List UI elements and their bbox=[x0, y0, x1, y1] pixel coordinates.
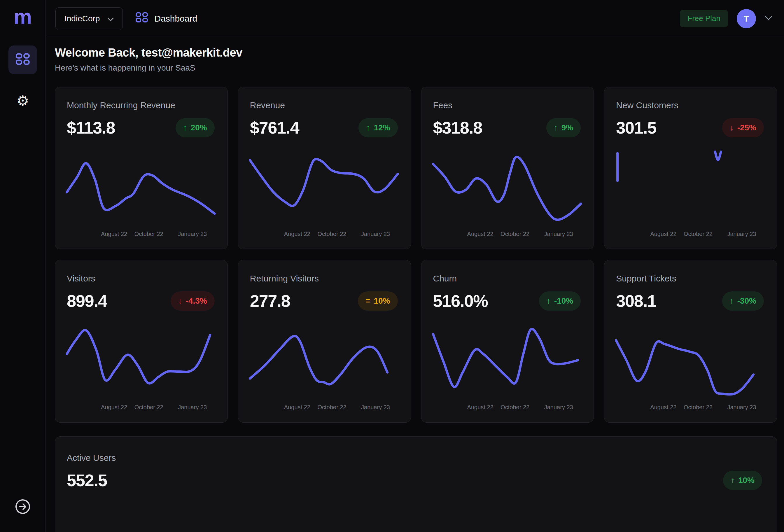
page-title: Dashboard bbox=[154, 14, 197, 24]
main-content: Welcome Back, test@makerkit.dev Here's w… bbox=[46, 37, 784, 532]
plan-badge[interactable]: Free Plan bbox=[680, 10, 728, 27]
trend-badge: = 10% bbox=[358, 291, 397, 311]
trend-arrow-icon: ↑ bbox=[183, 123, 187, 133]
card-title: Revenue bbox=[250, 100, 398, 110]
trend-value: -30% bbox=[737, 296, 756, 306]
trend-arrow-icon: ↑ bbox=[547, 296, 551, 306]
gear-icon: ⚙ bbox=[16, 92, 29, 109]
dashboard-grid-icon bbox=[135, 11, 148, 26]
app-logo: m bbox=[14, 6, 32, 27]
trend-flat-icon: = bbox=[365, 296, 370, 306]
metric-card-fees: Fees $318.8 ↑ 9% August 22 October 22 Ja… bbox=[421, 87, 594, 249]
sparkline-chart bbox=[250, 150, 398, 227]
sidebar-expand-button[interactable] bbox=[8, 493, 37, 522]
x-axis-labels: August 22 October 22 January 23 bbox=[250, 404, 398, 412]
x-axis-labels: August 22 October 22 January 23 bbox=[616, 404, 764, 412]
topbar-right: Free Plan T bbox=[680, 9, 772, 28]
sparkline-chart bbox=[67, 324, 215, 400]
trend-badge: ↑ -10% bbox=[539, 291, 581, 311]
trend-arrow-icon: ↑ bbox=[554, 123, 558, 133]
sidebar-item-dashboard[interactable] bbox=[8, 46, 37, 74]
sidebar-item-settings[interactable]: ⚙ bbox=[8, 86, 37, 115]
x-axis-labels: August 22 October 22 January 23 bbox=[433, 231, 581, 238]
trend-arrow-icon: ↑ bbox=[366, 123, 370, 133]
card-value: 552.5 bbox=[67, 471, 107, 490]
card-title: Monthly Recurring Revenue bbox=[67, 100, 215, 110]
trend-arrow-icon: ↓ bbox=[178, 296, 182, 306]
sparkline-chart bbox=[616, 150, 764, 227]
x-axis-labels: August 22 October 22 January 23 bbox=[250, 231, 398, 238]
sparkline-chart bbox=[433, 150, 581, 227]
trend-value: 9% bbox=[561, 123, 573, 133]
metrics-grid-row-1: Monthly Recurring Revenue $113.8 ↑ 20% A… bbox=[55, 87, 777, 249]
trend-value: -25% bbox=[737, 123, 756, 133]
content-column: IndieCorp Dashboard Free Plan T bbox=[46, 0, 784, 532]
x-axis-labels: August 22 October 22 January 23 bbox=[616, 231, 764, 238]
trend-value: -10% bbox=[554, 296, 573, 306]
org-selector-button[interactable]: IndieCorp bbox=[55, 7, 123, 30]
trend-arrow-icon: ↑ bbox=[731, 476, 735, 485]
arrow-right-circle-icon bbox=[15, 499, 31, 516]
card-title: Churn bbox=[433, 274, 581, 283]
card-value: 308.1 bbox=[616, 291, 656, 311]
metric-card-support-tickets: Support Tickets 308.1 ↑ -30% August 22 O… bbox=[604, 260, 777, 423]
trend-badge: ↓ -25% bbox=[722, 118, 764, 137]
active-users-chart bbox=[55, 505, 777, 532]
dashboard-grid-icon bbox=[15, 52, 30, 68]
card-value: $318.8 bbox=[433, 118, 482, 137]
breadcrumb-dashboard[interactable]: Dashboard bbox=[135, 11, 197, 26]
trend-badge: ↓ -4.3% bbox=[171, 291, 215, 311]
metric-card-visitors: Visitors 899.4 ↓ -4.3% August 22 October… bbox=[55, 260, 228, 423]
welcome-title: Welcome Back, test@makerkit.dev bbox=[55, 46, 777, 59]
sparkline-chart bbox=[67, 150, 215, 227]
metric-card-active-users: Active Users 552.5 ↑ 10% bbox=[55, 436, 777, 532]
card-value: $113.8 bbox=[67, 118, 115, 137]
sidebar: m ⚙ bbox=[0, 0, 46, 532]
trend-badge: ↑ 9% bbox=[546, 118, 581, 137]
org-selector-label: IndieCorp bbox=[64, 14, 100, 23]
trend-value: 10% bbox=[738, 476, 755, 485]
chevron-down-icon[interactable] bbox=[765, 16, 772, 21]
trend-value: -4.3% bbox=[186, 296, 207, 306]
metric-card-returning-visitors: Returning Visitors 277.8 = 10% August 22… bbox=[238, 260, 411, 423]
card-title: Fees bbox=[433, 100, 581, 110]
metric-card-mrr: Monthly Recurring Revenue $113.8 ↑ 20% A… bbox=[55, 87, 228, 249]
x-axis-labels: August 22 October 22 January 23 bbox=[67, 231, 215, 238]
metrics-grid-row-2: Visitors 899.4 ↓ -4.3% August 22 October… bbox=[55, 260, 777, 423]
metric-card-churn: Churn 516.0% ↑ -10% August 22 October 22… bbox=[421, 260, 594, 423]
x-axis-labels: August 22 October 22 January 23 bbox=[67, 404, 215, 412]
welcome-subtitle: Here's what is happening in your SaaS bbox=[55, 63, 777, 73]
card-value: 301.5 bbox=[616, 118, 656, 137]
trend-arrow-icon: ↓ bbox=[730, 123, 734, 133]
card-value: $761.4 bbox=[250, 118, 299, 137]
card-value: 899.4 bbox=[67, 291, 107, 311]
topbar: IndieCorp Dashboard Free Plan T bbox=[46, 0, 784, 37]
avatar[interactable]: T bbox=[737, 9, 756, 28]
sparkline-chart bbox=[250, 324, 398, 400]
card-title: Returning Visitors bbox=[250, 274, 398, 283]
sparkline-chart bbox=[433, 324, 581, 400]
trend-badge: ↑ 10% bbox=[723, 471, 762, 490]
card-title: Support Tickets bbox=[616, 274, 764, 283]
card-value: 277.8 bbox=[250, 291, 290, 311]
trend-arrow-icon: ↑ bbox=[730, 296, 734, 306]
card-title: Active Users bbox=[67, 453, 762, 463]
chevron-down-icon bbox=[107, 14, 114, 23]
card-title: Visitors bbox=[67, 274, 215, 283]
x-axis-labels: August 22 October 22 January 23 bbox=[433, 404, 581, 412]
card-value: 516.0% bbox=[433, 291, 488, 311]
trend-value: 12% bbox=[374, 123, 390, 133]
trend-badge: ↑ 20% bbox=[175, 118, 215, 137]
trend-badge: ↑ 12% bbox=[359, 118, 397, 137]
sparkline-chart bbox=[616, 324, 764, 400]
trend-badge: ↑ -30% bbox=[722, 291, 764, 311]
trend-value: 20% bbox=[191, 123, 207, 133]
metric-card-new-customers: New Customers 301.5 ↓ -25% August 22 Oct… bbox=[604, 87, 777, 249]
trend-value: 10% bbox=[374, 296, 390, 306]
metric-card-revenue: Revenue $761.4 ↑ 12% August 22 October 2… bbox=[238, 87, 411, 249]
card-title: New Customers bbox=[616, 100, 764, 110]
